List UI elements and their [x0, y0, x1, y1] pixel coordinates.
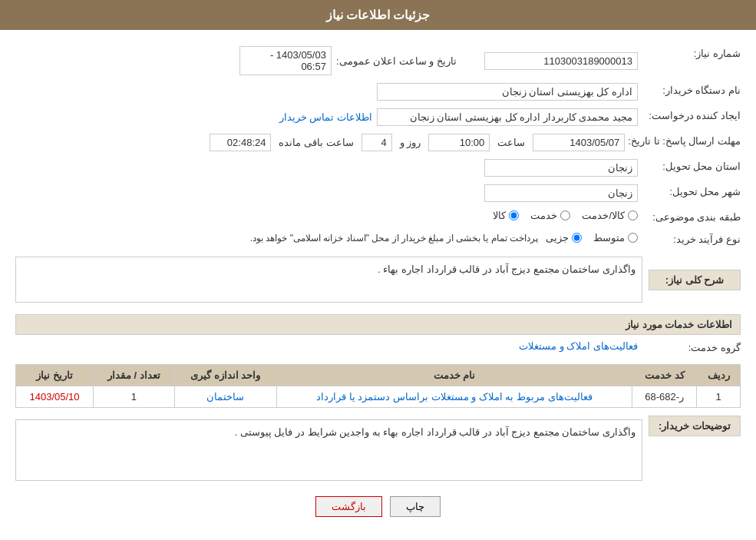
category-row: طبقه بندی موضوعی: کالا/خدمت خدمت کالا	[15, 208, 741, 226]
purchase-type-row: نوع فرآیند خرید: متوسط جزیی پرداخت	[15, 230, 741, 248]
category-radio-khadamat-input[interactable]	[560, 210, 570, 220]
need-number-label: شماره نیاز:	[641, 45, 741, 62]
need-number-value: 1103003189000013	[484, 52, 638, 70]
purchase-type-radio1-label: جزیی	[546, 232, 569, 243]
announcement-date-value: 1403/05/03 - 06:57	[239, 46, 332, 75]
category-radio-kala[interactable]: کالا	[493, 210, 519, 221]
need-description-value: واگذاری ساختمان مجتمع دیزج آباد در قالب …	[15, 257, 642, 303]
buyer-notes-row: توضیحات خریدار: واگذاری ساختمان مجتمع دی…	[15, 416, 741, 485]
col-header-quantity: تعداد / مقدار	[94, 365, 175, 386]
city-value: زنجان	[484, 184, 638, 202]
remaining-time: 02:48:24	[210, 134, 271, 151]
deadline-label: مهلت ارسال پاسخ: تا تاریخ:	[628, 132, 741, 150]
category-radio-khadamat[interactable]: خدمت	[530, 210, 570, 221]
category-radio-kala-input[interactable]	[509, 210, 519, 220]
col-header-date: تاریخ نیاز	[16, 365, 94, 386]
button-row: چاپ بازگشت	[15, 496, 741, 517]
creator-value: مجید محمدی کاربردار اداره کل بهزیستی است…	[377, 108, 638, 126]
category-radio-kala-khadamat-input[interactable]	[628, 210, 638, 220]
buyer-org-value: اداره کل بهزیستی استان زنجان	[377, 83, 638, 101]
purchase-type-radio-motawaset[interactable]: متوسط	[593, 232, 638, 243]
buyer-notes-value: واگذاری ساختمان مجتمع دیزج آباد در قالب …	[15, 419, 642, 481]
col-header-code: کد خدمت	[632, 365, 697, 386]
creator-row: ایجاد کننده درخواست: مجید محمدی کاربردار…	[15, 107, 741, 128]
purchase-type-text: پرداخت تمام یا بخشی از مبلغ خریدار از مح…	[250, 233, 538, 243]
category-radio-kala-khadamat[interactable]: کالا/خدمت	[582, 210, 638, 221]
contact-link[interactable]: اطلاعات تماس خریدار	[279, 111, 372, 123]
col-header-name: نام خدمت	[276, 365, 632, 386]
cell-name: فعالیت‌های مربوط به املاک و مستغلات براس…	[276, 386, 632, 408]
cell-quantity: 1	[94, 386, 175, 408]
col-header-unit: واحد اندازه گیری	[174, 365, 276, 386]
category-radio3-label: کالا/خدمت	[582, 210, 625, 221]
deadline-date: 1403/05/07	[533, 134, 625, 151]
deadline-row: مهلت ارسال پاسخ: تا تاریخ: 1403/05/07 سا…	[15, 132, 741, 153]
page-title: جزئیات اطلاعات نیاز	[326, 8, 431, 22]
service-group-row: گروه خدمت: فعالیت‌های املاک و مستغلات	[15, 339, 741, 356]
creator-label: ایجاد کننده درخواست:	[641, 107, 741, 124]
province-label: استان محل تحویل:	[641, 157, 741, 175]
city-label: شهر محل تحویل:	[641, 183, 741, 200]
purchase-type-radio-jozi-input[interactable]	[572, 233, 582, 243]
service-group-label: گروه خدمت:	[641, 339, 741, 356]
purchase-type-radio2-label: متوسط	[593, 232, 625, 243]
page-header: جزئیات اطلاعات نیاز	[0, 0, 756, 30]
province-row: استان محل تحویل: زنجان	[15, 157, 741, 178]
buyer-org-row: نام دستگاه خریدار: اداره کل بهزیستی استا…	[15, 81, 741, 102]
province-value: زنجان	[484, 159, 638, 177]
service-group-value[interactable]: فعالیت‌های املاک و مستغلات	[519, 340, 638, 352]
need-number-row: شماره نیاز: 1103003189000013 تاریخ و ساع…	[15, 45, 741, 77]
purchase-type-radio-jozi[interactable]: جزیی	[546, 232, 582, 243]
page-wrapper: جزئیات اطلاعات نیاز شماره نیاز: 11030031…	[0, 0, 756, 540]
cell-unit: ساختمان	[174, 386, 276, 408]
category-label: طبقه بندی موضوعی:	[641, 208, 741, 226]
table-row: 1 ر-682-68 فعالیت‌های مربوط به املاک و م…	[16, 386, 741, 408]
services-table: ردیف کد خدمت نام خدمت واحد اندازه گیری ت…	[15, 364, 741, 408]
purchase-type-label: نوع فرآیند خرید:	[641, 230, 741, 248]
print-button[interactable]: چاپ	[390, 496, 441, 517]
main-content: شماره نیاز: 1103003189000013 تاریخ و ساع…	[0, 30, 756, 540]
deadline-time: 10:00	[428, 134, 490, 151]
need-description-row: شرح کلی نیاز: واگذاری ساختمان مجتمع دیزج…	[15, 253, 741, 306]
city-row: شهر محل تحویل: زنجان	[15, 183, 741, 204]
need-description-section-label: شرح کلی نیاز:	[649, 270, 741, 290]
buyer-org-label: نام دستگاه خریدار:	[641, 81, 741, 99]
back-button[interactable]: بازگشت	[315, 496, 382, 517]
deadline-time-label: ساعت	[497, 137, 525, 148]
category-radio1-label: کالا	[493, 210, 506, 221]
cell-row: 1	[697, 386, 741, 408]
col-header-row: ردیف	[697, 365, 741, 386]
purchase-type-radio-motawaset-input[interactable]	[628, 233, 638, 243]
cell-date: 1403/05/10	[16, 386, 94, 408]
deadline-days-label: روز و	[400, 137, 421, 148]
category-radio2-label: خدمت	[530, 210, 557, 221]
announcement-date-label: تاریخ و ساعت اعلان عمومی:	[336, 55, 457, 67]
cell-code: ر-682-68	[632, 386, 697, 408]
buyer-notes-section-label: توضیحات خریدار:	[649, 416, 741, 436]
deadline-days: 4	[361, 134, 392, 151]
remaining-label: ساعت باقی مانده	[279, 137, 353, 148]
services-section-title: اطلاعات خدمات مورد نیاز	[15, 314, 741, 335]
